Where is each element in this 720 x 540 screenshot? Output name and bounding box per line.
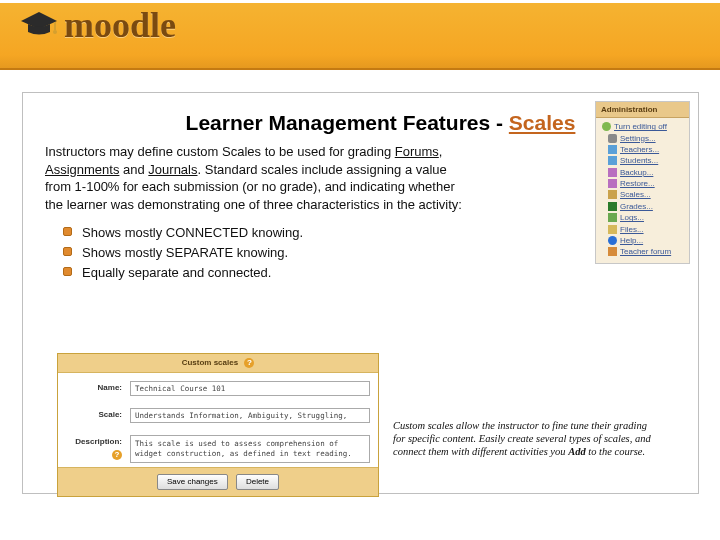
custom-scales-panel: Custom scales ? Name: Technical Course 1… (57, 353, 379, 497)
help-icon[interactable]: ? (112, 450, 122, 460)
row-name: Name: Technical Course 101 (58, 373, 378, 400)
admin-link-backup[interactable]: Backup... (608, 167, 685, 178)
grades-icon (608, 202, 617, 211)
link-assignments: Assignments (45, 162, 119, 177)
people-icon (608, 156, 617, 165)
row-scale: Scale: Understands Information, Ambiguit… (58, 400, 378, 427)
folder-icon (608, 225, 617, 234)
panel-header: Custom scales ? (58, 354, 378, 373)
admin-link-teachers[interactable]: Teachers... (608, 144, 685, 155)
admin-link-files[interactable]: Files... (608, 223, 685, 234)
content-frame: Learner Management Features - Scales Ins… (22, 92, 699, 494)
logo: moodle (18, 4, 176, 46)
name-input[interactable]: Technical Course 101 (130, 381, 370, 396)
help-icon (608, 236, 617, 245)
list-item: Shows mostly CONNECTED knowing. (63, 223, 443, 243)
link-journals: Journals (148, 162, 197, 177)
header-bar: moodle (0, 0, 720, 70)
admin-link-restore[interactable]: Restore... (608, 178, 685, 189)
admin-body: Turn editing off Settings... Teachers...… (596, 118, 689, 263)
toggle-icon (602, 122, 611, 131)
admin-link-help[interactable]: Help... (608, 235, 685, 246)
row-description: Description: ? This scale is used to ass… (58, 427, 378, 467)
scales-icon (608, 190, 617, 199)
title-prefix: Learner Management Features - (186, 111, 509, 134)
page-title: Learner Management Features - Scales (85, 111, 676, 135)
label-name: Name: (66, 381, 122, 392)
forum-icon (608, 247, 617, 256)
admin-link-scales[interactable]: Scales... (608, 189, 685, 200)
label-scale: Scale: (66, 408, 122, 419)
admin-sidebar: Administration Turn editing off Settings… (595, 101, 690, 264)
delete-button[interactable]: Delete (236, 474, 279, 490)
help-icon[interactable]: ? (244, 358, 254, 368)
admin-link-logs[interactable]: Logs... (608, 212, 685, 223)
note-bold: Add (568, 446, 586, 457)
slide-page: moodle Learner Management Features - Sca… (0, 0, 720, 540)
svg-point-0 (53, 30, 57, 34)
admin-link-teacher-forum[interactable]: Teacher forum (608, 246, 685, 257)
admin-link-grades[interactable]: Grades... (608, 201, 685, 212)
people-icon (608, 145, 617, 154)
admin-link-students[interactable]: Students... (608, 155, 685, 166)
gear-icon (608, 134, 617, 143)
knowing-list: Shows mostly CONNECTED knowing. Shows mo… (63, 223, 443, 283)
link-forums: Forums (395, 144, 439, 159)
admin-header: Administration (596, 102, 689, 118)
admin-link-turn-editing-off[interactable]: Turn editing off (602, 121, 685, 132)
logo-text: moodle (64, 4, 176, 46)
caption-note: Custom scales allow the instructor to fi… (393, 419, 653, 458)
admin-link-settings[interactable]: Settings... (608, 132, 685, 143)
intro-text: Instructors may define custom Scales to … (45, 143, 465, 213)
title-scales: Scales (509, 111, 576, 134)
save-button[interactable]: Save changes (157, 474, 228, 490)
backup-icon (608, 168, 617, 177)
logs-icon (608, 213, 617, 222)
label-description: Description: ? (66, 435, 122, 460)
list-item: Shows mostly SEPARATE knowing. (63, 243, 443, 263)
graduation-cap-icon (18, 4, 60, 46)
panel-footer: Save changes Delete (58, 467, 378, 496)
scale-input[interactable]: Understands Information, Ambiguity, Stru… (130, 408, 370, 423)
list-item: Equally separate and connected. (63, 263, 443, 283)
restore-icon (608, 179, 617, 188)
description-input[interactable]: This scale is used to assess comprehensi… (130, 435, 370, 463)
